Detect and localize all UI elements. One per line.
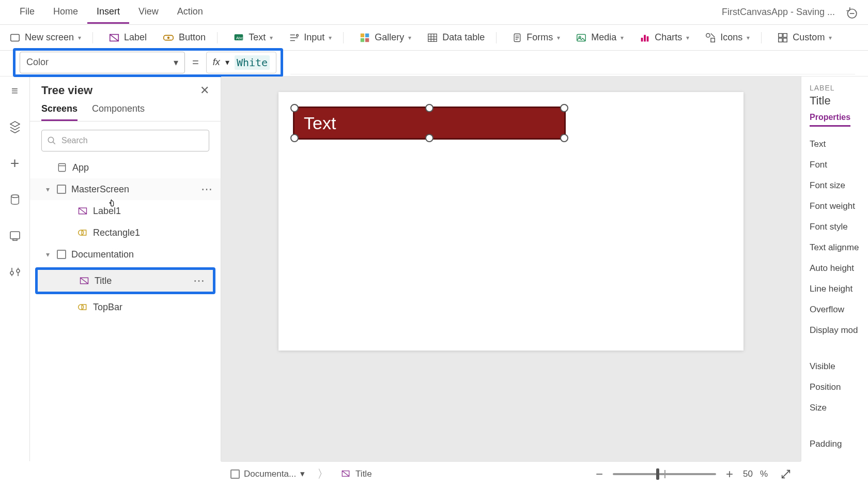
breadcrumb-control-label: Title: [355, 469, 372, 479]
prop-font-weight[interactable]: Font weight: [810, 196, 868, 217]
treeview-title: Tree view: [41, 84, 92, 97]
tree-label1[interactable]: Label1: [30, 200, 221, 222]
ribbon-input[interactable]: Input ▾: [288, 32, 344, 43]
app-checker-icon[interactable]: [844, 6, 858, 19]
menu-view[interactable]: View: [129, 1, 168, 24]
chevron-down-icon: ▾: [270, 34, 273, 41]
prop-font-size[interactable]: Font size: [810, 175, 868, 196]
tree-title[interactable]: Title ⋯: [38, 270, 213, 292]
tree-list: App ▾ MasterScreen ⋯ Label1 Rectangle1 ▾: [30, 157, 221, 461]
svg-rect-9: [365, 33, 369, 37]
resize-handle[interactable]: [425, 104, 433, 112]
prop-display-mode[interactable]: Display mod: [810, 320, 868, 341]
resize-handle[interactable]: [290, 104, 299, 112]
ribbon-custom[interactable]: Custom ▾: [777, 32, 832, 43]
tree-rectangle1[interactable]: Rectangle1: [30, 222, 221, 244]
ribbon-text[interactable]: Abc Text ▾: [233, 32, 273, 43]
prop-padding[interactable]: Padding: [810, 434, 868, 454]
formula-input[interactable]: fx ▾ White: [206, 52, 276, 73]
label-icon: [341, 469, 351, 479]
tree-topbar[interactable]: TopBar: [30, 296, 221, 318]
tab-components[interactable]: Components: [92, 103, 145, 121]
breadcrumb-screen[interactable]: Documenta... ▾: [230, 468, 305, 479]
label-icon: [79, 276, 89, 286]
prop-position[interactable]: Position: [810, 377, 868, 398]
app-title: FirstCanvasApp - Saving ...: [722, 7, 835, 18]
prop-overflow[interactable]: Overflow: [810, 299, 868, 320]
zoom-slider-thumb[interactable]: [656, 468, 659, 480]
menu-insert[interactable]: Insert: [87, 1, 129, 24]
fullscreen-icon[interactable]: [780, 468, 792, 480]
zoom-in-button[interactable]: +: [723, 467, 736, 481]
prop-font[interactable]: Font: [810, 155, 868, 175]
advanced-tools-icon[interactable]: [5, 262, 25, 282]
svg-rect-11: [365, 38, 369, 41]
properties-tab[interactable]: Properties: [810, 113, 850, 127]
ribbon-icons[interactable]: Icons ▾: [705, 32, 762, 43]
tab-screens[interactable]: Screens: [41, 103, 78, 121]
more-icon[interactable]: ⋯: [193, 274, 206, 287]
new-screen-label: New screen: [25, 32, 74, 43]
svg-rect-1: [11, 34, 20, 41]
menu-home[interactable]: Home: [44, 1, 87, 24]
properties-panel: LABEL Title Properties Text Font Font si…: [801, 77, 868, 461]
tree-app[interactable]: App: [30, 157, 221, 178]
chevron-down-icon: ▾: [747, 34, 750, 41]
prop-visible[interactable]: Visible: [810, 356, 868, 377]
label-label: Label: [124, 32, 147, 43]
treeview-icon[interactable]: [5, 117, 25, 138]
breadcrumb-control[interactable]: Title: [341, 469, 372, 479]
screen-canvas[interactable]: Text: [278, 92, 743, 351]
more-icon[interactable]: ⋯: [201, 183, 213, 196]
ribbon-data-table[interactable]: Data table: [427, 32, 497, 43]
chevron-down-icon: ▾: [557, 34, 560, 41]
prop-font-style[interactable]: Font style: [810, 217, 868, 237]
menu-action[interactable]: Action: [168, 1, 212, 24]
ribbon-button[interactable]: Button: [162, 32, 218, 43]
svg-rect-20: [711, 38, 715, 41]
prop-text[interactable]: Text: [810, 134, 868, 155]
chevron-down-icon: ▾: [43, 250, 52, 259]
status-bar: Documenta... ▾ 〉 Title − + 50 %: [221, 461, 801, 486]
svg-rect-22: [783, 33, 787, 37]
insert-icon[interactable]: +: [5, 153, 25, 174]
ribbon-charts[interactable]: Charts ▾: [639, 32, 689, 43]
zoom-slider[interactable]: [613, 473, 716, 475]
resize-handle[interactable]: [560, 134, 568, 142]
resize-handle[interactable]: [560, 104, 568, 112]
prop-text-align[interactable]: Text alignme: [810, 237, 868, 258]
zoom-out-button[interactable]: −: [593, 467, 606, 481]
ribbon-forms[interactable]: Forms ▾: [512, 32, 560, 43]
resize-handle[interactable]: [425, 134, 433, 142]
tree-masterscreen[interactable]: ▾ MasterScreen ⋯: [30, 178, 221, 200]
formula-rest[interactable]: [290, 53, 855, 74]
ribbon-gallery[interactable]: Gallery ▾: [359, 32, 411, 43]
left-rail: ≡ +: [0, 77, 30, 461]
data-icon[interactable]: [5, 189, 25, 210]
new-screen-button[interactable]: New screen ▾: [9, 32, 93, 43]
hamburger-icon[interactable]: ≡: [5, 81, 25, 101]
menu-file[interactable]: File: [10, 1, 44, 24]
ribbon-media[interactable]: Media ▾: [576, 32, 624, 43]
equals-sign: =: [192, 56, 199, 69]
tree-title-highlight: Title ⋯: [35, 267, 215, 294]
ribbon-label[interactable]: Label: [109, 32, 147, 43]
chevron-down-icon: ▾: [621, 34, 624, 41]
prop-line-height[interactable]: Line height: [810, 279, 868, 299]
svg-rect-12: [428, 34, 437, 41]
tree-title-label: Title: [95, 276, 112, 286]
prop-auto-height[interactable]: Auto height: [810, 258, 868, 279]
selected-label-control[interactable]: Text: [293, 107, 566, 140]
close-icon[interactable]: ✕: [200, 84, 209, 97]
prop-size[interactable]: Size: [810, 398, 868, 418]
svg-rect-29: [58, 164, 65, 172]
tree-documentation-label: Documentation: [71, 249, 134, 260]
resize-handle[interactable]: [290, 134, 299, 142]
search-input[interactable]: Search: [41, 130, 209, 151]
tree-documentation[interactable]: ▾ Documentation: [30, 244, 221, 265]
canvas-area[interactable]: Text: [221, 77, 801, 461]
zoom-slider-mark: [664, 470, 665, 478]
chevron-down-icon: ▾: [174, 57, 178, 68]
media-pane-icon[interactable]: [5, 225, 25, 246]
property-dropdown[interactable]: Color ▾: [20, 52, 185, 73]
